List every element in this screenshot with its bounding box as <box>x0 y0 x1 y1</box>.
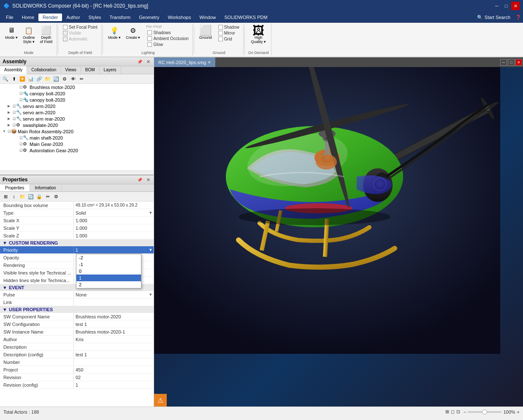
minimize-button[interactable]: ─ <box>493 2 501 10</box>
menu-home[interactable]: Home <box>18 13 38 21</box>
tree-item-servo-rear[interactable]: ▶ ☑ 🔧 servo arm rear-2020 <box>0 116 154 122</box>
search-label[interactable]: Start Search <box>485 15 510 20</box>
menu-render[interactable]: Render <box>38 13 62 21</box>
tab-bom[interactable]: BOM <box>81 66 100 74</box>
prop-tool-6[interactable]: ✏ <box>44 193 51 200</box>
status-icon-2[interactable]: ◻ <box>451 409 455 415</box>
asm-tool-6[interactable]: 📁 <box>44 75 51 83</box>
ribbon-group-lighting: 💡 Mode ▾ ⚙ Create ▾ Per-Pixel Shadows Am <box>104 24 193 56</box>
vp-minimize[interactable]: ─ <box>500 59 507 66</box>
zoom-thumb[interactable] <box>482 409 487 415</box>
maximize-button[interactable]: □ <box>502 2 510 10</box>
tree-item-main-shaft[interactable]: ☑ 🔧 main shaft-2020 <box>0 135 154 141</box>
tree-item-main-gear[interactable]: ☑ ⚙ Main Gear-2020 <box>0 141 154 147</box>
vp-close[interactable]: ✕ <box>515 59 522 66</box>
viewport-tab-close[interactable]: ✕ <box>208 60 211 65</box>
asm-tool-8[interactable]: ⚙ <box>61 75 68 83</box>
user-collapse-icon[interactable]: ▼ <box>3 307 7 312</box>
props-pin-btn[interactable]: 📌 <box>136 177 144 183</box>
ambient-occlusion-btn[interactable]: Ambient Occlusion <box>146 36 190 41</box>
cr-collapse-icon[interactable]: ▼ <box>3 240 7 245</box>
tab-collaboration[interactable]: Collaboration <box>27 66 61 74</box>
ribbon-hq-button[interactable]: 🖼 HighQuality ▾ <box>249 24 268 45</box>
helicopter-viewport[interactable]: 🏠 <box>154 67 523 407</box>
ribbon-mode-button[interactable]: 🖥 Mode ▾ <box>3 24 19 40</box>
shadow-option-btn[interactable]: Shadow <box>217 24 241 30</box>
prop-type-value[interactable]: Solid ▾ <box>74 209 154 216</box>
prop-tool-5[interactable]: 🔒 <box>35 193 43 200</box>
props-close-btn[interactable]: ✕ <box>145 177 151 183</box>
menu-styles[interactable]: Styles <box>84 13 106 21</box>
ribbon-ground-button[interactable]: ⬜ Ground <box>198 24 214 40</box>
search-icon: 🔍 <box>477 15 483 20</box>
priority-option-0[interactable]: 0 <box>76 268 141 275</box>
menu-geometry[interactable]: Geometry <box>135 13 163 21</box>
ribbon-lighting-create-button[interactable]: ⚙ Create ▾ <box>124 24 142 40</box>
asm-tool-9[interactable]: 👁 <box>69 75 77 83</box>
close-button[interactable]: ✕ <box>511 2 520 10</box>
menu-workshops[interactable]: Workshops <box>164 13 195 21</box>
menu-author[interactable]: Author <box>62 13 84 21</box>
menu-transform[interactable]: Transform <box>106 13 135 21</box>
tab-views[interactable]: Views <box>61 66 81 74</box>
ribbon-lighting-mode-button[interactable]: 💡 Mode ▾ <box>106 24 122 40</box>
assembly-close-btn[interactable]: ✕ <box>145 59 151 65</box>
asm-tool-7[interactable]: 🔄 <box>52 75 60 83</box>
menu-window[interactable]: Window <box>195 13 220 21</box>
shadows-btn[interactable]: Shadows <box>146 30 190 35</box>
assembly-hscroll[interactable] <box>0 170 154 175</box>
asm-tool-2[interactable]: ⬆ <box>10 75 18 83</box>
assembly-tree[interactable]: ☑ ⚙ Brushless motor-2020 ☑ 🔩 canopy bolt… <box>0 84 154 170</box>
prop-visible-lines-label: Visible lines style for Technical ... <box>0 269 74 276</box>
prop-desc-config-label: Description (config) <box>0 351 74 358</box>
event-collapse-icon[interactable]: ▼ <box>3 285 7 290</box>
assembly-pin-btn[interactable]: 📌 <box>136 59 144 65</box>
tree-item-brushless[interactable]: ☑ ⚙ Brushless motor-2020 <box>0 84 154 90</box>
prop-tool-1[interactable]: ⊞ <box>2 193 9 200</box>
prop-tool-2[interactable]: ↕ <box>10 193 18 200</box>
menu-file[interactable]: File <box>2 13 18 21</box>
tree-item-canopy2[interactable]: ☑ 🔩 canopy bolt-2020 <box>0 97 154 103</box>
viewport-tab[interactable]: RC Heli-2020_tips.smg ✕ <box>154 57 215 67</box>
status-icon-3[interactable]: ⊡ <box>456 409 460 415</box>
glow-btn[interactable]: Glow <box>146 42 190 47</box>
priority-option-1[interactable]: 1 <box>76 275 141 281</box>
asm-tool-5[interactable]: 🔗 <box>35 75 43 83</box>
prop-tool-4[interactable]: 🔄 <box>27 193 35 200</box>
tree-item-servo1[interactable]: ▶ ☑ 🔧 servo arm-2020 <box>0 103 154 109</box>
help-icon[interactable]: ❓ <box>515 15 521 20</box>
icon-swash: ⚙ <box>16 122 22 128</box>
prop-tool-7[interactable]: ⚙ <box>52 193 60 200</box>
menu-pdm[interactable]: SOLIDWORKS PDM <box>220 13 272 21</box>
prop-pulse-value[interactable]: None ▾ <box>74 291 154 298</box>
grid-btn[interactable]: Grid <box>217 36 241 42</box>
tree-item-main-rotor[interactable]: ▼ ☑ 📦 Main Rotor Assembly-2020 <box>0 128 154 135</box>
zoom-slider[interactable] <box>468 411 501 413</box>
tab-information[interactable]: Information <box>30 184 62 191</box>
vp-restore[interactable]: □ <box>508 59 515 66</box>
asm-tool-10[interactable]: ✏ <box>78 75 85 83</box>
tree-item-servo2[interactable]: ▶ ☑ 🔧 servo arm-2020 <box>0 109 154 116</box>
tab-layers[interactable]: Layers <box>100 66 121 74</box>
status-icon-1[interactable]: ⊞ <box>445 409 449 415</box>
asm-tool-1[interactable]: 🔍 <box>2 75 9 83</box>
priority-option--2[interactable]: -2 <box>76 254 141 261</box>
prop-priority-value[interactable]: 1 ▾ <box>74 246 154 253</box>
zoom-max-btn[interactable]: + <box>517 409 520 415</box>
ribbon-depth-field-button[interactable]: ⬜ Depthof Field <box>38 24 54 45</box>
set-focal-point-btn[interactable]: Set Focal Point <box>62 24 99 30</box>
tree-item-swash[interactable]: ▶ ☑ ⚙ swashplate-2020 <box>0 122 154 128</box>
asm-tool-4[interactable]: 📊 <box>27 75 35 83</box>
priority-option-2[interactable]: 2 <box>76 281 141 288</box>
tree-item-canopy1[interactable]: ☑ 🔩 canopy bolt-2020 <box>0 90 154 97</box>
tab-properties[interactable]: Properties <box>0 184 30 191</box>
prop-priority[interactable]: Priority 1 ▾ <box>0 246 154 254</box>
prop-tool-3[interactable]: 📁 <box>19 193 26 200</box>
priority-option--1[interactable]: -1 <box>76 261 141 268</box>
zoom-min-btn[interactable]: − <box>463 409 466 415</box>
ribbon-outline-style-button[interactable]: 📋 OutlineStyle ▾ <box>21 24 37 45</box>
tab-assembly[interactable]: Assembly <box>0 66 27 74</box>
asm-tool-3[interactable]: 🔽 <box>19 75 26 83</box>
mirror-btn[interactable]: Mirror <box>217 30 241 36</box>
tree-item-auto-gear[interactable]: ☑ ⚙ Autorotation Gear-2020 <box>0 147 154 153</box>
